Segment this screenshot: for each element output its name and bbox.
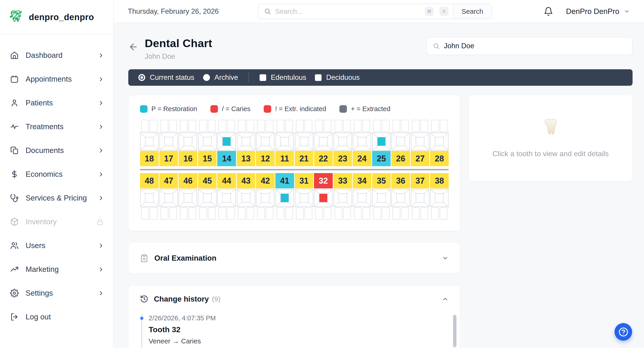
tooth-crown[interactable]	[391, 189, 410, 207]
search-button[interactable]: Search	[453, 4, 491, 19]
tooth-crown[interactable]	[217, 132, 236, 151]
tooth-crown[interactable]	[314, 132, 333, 151]
tooth-42[interactable]: 42	[256, 173, 275, 220]
sidebar-item-inventory[interactable]: Inventory	[10, 210, 104, 234]
tooth-number[interactable]: 17	[160, 151, 178, 166]
tooth-24[interactable]: 24	[353, 120, 372, 166]
radio-archive[interactable]: Archive	[203, 74, 238, 82]
tooth-number[interactable]: 12	[256, 151, 275, 166]
tooth-crown[interactable]	[295, 132, 314, 151]
sidebar-item-users[interactable]: Users	[10, 234, 104, 258]
tooth-crown[interactable]	[372, 189, 391, 207]
sidebar-item-appointments[interactable]: Appointments	[10, 67, 104, 91]
tooth-number[interactable]: 14	[217, 151, 236, 166]
tooth-number[interactable]: 15	[198, 151, 217, 166]
tooth-number[interactable]: 32	[314, 173, 333, 188]
tooth-crown[interactable]	[430, 132, 449, 151]
tooth-crown[interactable]	[353, 189, 372, 207]
tooth-number[interactable]: 26	[391, 151, 410, 166]
back-arrow-icon[interactable]	[128, 42, 138, 52]
tooth-18[interactable]: 18	[140, 120, 159, 166]
sidebar-item-services-pricing[interactable]: Services & Pricing	[10, 186, 104, 210]
tooth-crown[interactable]	[178, 189, 197, 207]
tooth-crown[interactable]	[391, 132, 410, 151]
chevron-up-icon[interactable]	[442, 296, 449, 302]
patient-search-field[interactable]	[426, 37, 632, 55]
tooth-crown[interactable]	[334, 132, 352, 151]
tooth-14[interactable]: 14	[217, 120, 236, 166]
tooth-number[interactable]: 28	[430, 151, 449, 166]
user-menu[interactable]: DenPro DenPro	[566, 7, 630, 16]
tooth-number[interactable]: 42	[256, 173, 275, 188]
tooth-34[interactable]: 34	[353, 173, 372, 220]
global-search-field[interactable]: ⌘ K	[258, 7, 453, 16]
tooth-13[interactable]: 13	[237, 120, 256, 166]
tooth-crown[interactable]	[160, 189, 178, 207]
tooth-number[interactable]: 27	[411, 151, 430, 166]
sidebar-item-patients[interactable]: Patients	[10, 91, 104, 115]
tooth-crown[interactable]	[237, 189, 256, 207]
tooth-21[interactable]: 21	[295, 120, 314, 166]
tooth-number[interactable]: 11	[275, 151, 294, 166]
checkbox-edentulous[interactable]: Edentulous	[260, 74, 306, 82]
checkbox-deciduous[interactable]: Deciduous	[315, 74, 360, 82]
tooth-number[interactable]: 23	[334, 151, 352, 166]
tooth-number[interactable]: 13	[237, 151, 256, 166]
tooth-23[interactable]: 23	[334, 120, 352, 166]
radio-icon[interactable]	[203, 74, 210, 81]
tooth-crown[interactable]	[217, 189, 236, 207]
tooth-number[interactable]: 21	[295, 151, 314, 166]
tooth-crown[interactable]	[275, 132, 294, 151]
tooth-crown[interactable]	[237, 132, 256, 151]
checkbox-icon[interactable]	[315, 74, 322, 81]
tooth-38[interactable]: 38	[430, 173, 449, 220]
tooth-17[interactable]: 17	[160, 120, 178, 166]
checkbox-icon[interactable]	[260, 74, 266, 81]
brand[interactable]: denpro_denpro	[0, 0, 113, 35]
radio-current-status[interactable]: Current status	[138, 74, 194, 82]
global-search-input[interactable]	[275, 8, 421, 15]
tooth-47[interactable]: 47	[160, 173, 178, 220]
tooth-number[interactable]: 38	[430, 173, 449, 188]
tooth-crown[interactable]	[178, 132, 197, 151]
tooth-crown[interactable]	[411, 189, 430, 207]
tooth-44[interactable]: 44	[217, 173, 236, 220]
tooth-35[interactable]: 35	[372, 173, 391, 220]
tooth-43[interactable]: 43	[237, 173, 256, 220]
tooth-crown[interactable]	[256, 132, 275, 151]
oral-examination-section[interactable]: Oral Examination	[128, 242, 460, 274]
tooth-crown[interactable]	[430, 189, 449, 207]
tooth-crown[interactable]	[140, 132, 159, 151]
tooth-36[interactable]: 36	[391, 173, 410, 220]
tooth-crown[interactable]	[275, 189, 294, 207]
tooth-number[interactable]: 41	[275, 173, 294, 188]
tooth-crown[interactable]	[198, 189, 217, 207]
tooth-number[interactable]: 33	[334, 173, 352, 188]
tooth-number[interactable]: 36	[391, 173, 410, 188]
notifications-bell-icon[interactable]	[544, 7, 553, 16]
sidebar-item-dashboard[interactable]: Dashboard	[10, 44, 104, 67]
tooth-25[interactable]: 25	[372, 120, 391, 166]
tooth-26[interactable]: 26	[391, 120, 410, 166]
tooth-45[interactable]: 45	[198, 173, 217, 220]
sidebar-item-treatments[interactable]: Treatments	[10, 115, 104, 138]
tooth-32[interactable]: 32	[314, 173, 333, 220]
tooth-37[interactable]: 37	[411, 173, 430, 220]
change-history-header[interactable]: Change history (9)	[140, 295, 449, 304]
tooth-27[interactable]: 27	[411, 120, 430, 166]
tooth-12[interactable]: 12	[256, 120, 275, 166]
tooth-number[interactable]: 43	[237, 173, 256, 188]
tooth-crown[interactable]	[314, 189, 333, 207]
tooth-crown[interactable]	[411, 132, 430, 151]
tooth-crown[interactable]	[372, 132, 391, 151]
tooth-46[interactable]: 46	[178, 173, 197, 220]
sidebar-item-marketing[interactable]: Marketing	[10, 258, 104, 281]
tooth-22[interactable]: 22	[314, 120, 333, 166]
tooth-11[interactable]: 11	[275, 120, 294, 166]
tooth-31[interactable]: 31	[295, 173, 314, 220]
tooth-number[interactable]: 45	[198, 173, 217, 188]
tooth-crown[interactable]	[334, 189, 352, 207]
history-scrollbar-thumb[interactable]	[453, 315, 456, 347]
history-scrollbar[interactable]	[453, 315, 456, 348]
help-button[interactable]	[614, 323, 632, 341]
